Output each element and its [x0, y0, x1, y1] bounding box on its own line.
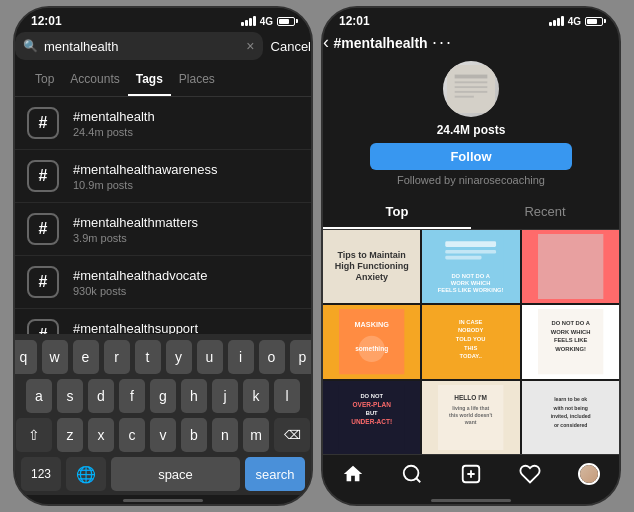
svg-text:something: something — [355, 345, 388, 353]
key-b[interactable]: b — [181, 418, 207, 452]
key-x[interactable]: x — [88, 418, 114, 452]
svg-text:invited, included: invited, included — [550, 413, 590, 419]
key-delete[interactable]: ⌫ — [274, 418, 310, 452]
search-clear-icon[interactable]: × — [246, 38, 254, 54]
key-j[interactable]: j — [212, 379, 238, 413]
tabs-row: Top Accounts Tags Places — [15, 60, 311, 97]
tab-accounts[interactable]: Accounts — [62, 68, 127, 96]
tab-places[interactable]: Places — [171, 68, 223, 96]
key-p[interactable]: p — [290, 340, 314, 374]
key-space[interactable]: space — [111, 457, 240, 491]
key-q[interactable]: q — [13, 340, 37, 374]
list-item[interactable]: # #mentalhealthawareness 10.9m posts — [15, 150, 311, 203]
key-h[interactable]: h — [181, 379, 207, 413]
status-bar-1: 12:01 4G — [15, 8, 311, 32]
hashtag-info: #mentalhealthmatters 3.9m posts — [73, 215, 198, 244]
svg-text:this world doesn't: this world doesn't — [449, 412, 493, 418]
keyboard-row-2: a s d f g h j k l — [19, 379, 307, 413]
home-bar-2 — [431, 499, 511, 502]
key-d[interactable]: d — [88, 379, 114, 413]
search-area: 🔍 mentalhealth × Cancel — [15, 32, 311, 60]
nav-add[interactable] — [451, 463, 491, 485]
hashtag-name: #mentalhealth — [73, 109, 155, 124]
key-w[interactable]: w — [42, 340, 68, 374]
phone-search: 12:01 4G 🔍 — [13, 6, 313, 506]
more-button[interactable]: ··· — [432, 32, 453, 52]
svg-rect-4 — [455, 91, 488, 93]
svg-rect-3 — [455, 86, 488, 88]
tab-recent-feed[interactable]: Recent — [471, 196, 619, 229]
grid-cell-4[interactable]: MASKING something — [323, 305, 420, 378]
svg-text:NOBODY: NOBODY — [458, 328, 484, 334]
key-v[interactable]: v — [150, 418, 176, 452]
list-item[interactable]: # #mentalhealth 24.4m posts — [15, 97, 311, 150]
home-indicator-2 — [323, 495, 619, 504]
signal-icon-1 — [241, 16, 256, 26]
tab-top[interactable]: Top — [27, 68, 62, 96]
grid-cell-content-4: MASKING something — [323, 305, 420, 378]
grid-cell-3[interactable] — [522, 230, 619, 303]
nav-likes[interactable] — [510, 463, 550, 485]
search-input[interactable]: mentalhealth — [44, 39, 240, 54]
grid-cell-8[interactable]: HELLO I'M living a life that this world … — [422, 381, 519, 454]
cancel-button[interactable]: Cancel — [271, 39, 311, 54]
key-search[interactable]: search — [245, 457, 305, 491]
key-t[interactable]: t — [135, 340, 161, 374]
key-z[interactable]: z — [57, 418, 83, 452]
tab-top-feed[interactable]: Top — [323, 196, 471, 229]
svg-rect-1 — [455, 75, 488, 79]
key-globe[interactable]: 🌐 — [66, 457, 106, 491]
key-g[interactable]: g — [150, 379, 176, 413]
key-u[interactable]: u — [197, 340, 223, 374]
key-k[interactable]: k — [243, 379, 269, 413]
key-s[interactable]: s — [57, 379, 83, 413]
key-a[interactable]: a — [26, 379, 52, 413]
hash-icon: # — [27, 266, 59, 298]
grid-cell-7[interactable]: DO NOT OVER-PLAN BUT UNDER-ACT! — [323, 381, 420, 454]
svg-text:living a life that: living a life that — [453, 404, 490, 410]
key-c[interactable]: c — [119, 418, 145, 452]
grid-cell-content-7: DO NOT OVER-PLAN BUT UNDER-ACT! — [323, 381, 420, 454]
key-e[interactable]: e — [73, 340, 99, 374]
key-r[interactable]: r — [104, 340, 130, 374]
nav-search[interactable] — [392, 463, 432, 485]
hashtag-name: #mentalhealthsupport — [73, 321, 198, 335]
keyboard: q w e r t y u i o p a s d f g h j k l — [15, 334, 311, 495]
key-f[interactable]: f — [119, 379, 145, 413]
key-o[interactable]: o — [259, 340, 285, 374]
home-indicator-1 — [15, 495, 311, 504]
grid-cell-2[interactable]: DO NOT DO A WORK WHICH FEELS LIKE WORKIN… — [422, 230, 519, 303]
key-shift[interactable]: ⇧ — [16, 418, 52, 452]
key-numbers[interactable]: 123 — [21, 457, 61, 491]
list-item[interactable]: # #mentalhealthadvocate 930k posts — [15, 256, 311, 309]
list-item[interactable]: # #mentalhealthsupport 905k posts — [15, 309, 311, 334]
svg-text:DO NOT DO A: DO NOT DO A — [551, 320, 590, 326]
nav-profile[interactable] — [569, 463, 609, 485]
follow-button[interactable]: Follow — [370, 143, 571, 170]
search-box[interactable]: 🔍 mentalhealth × — [15, 32, 263, 60]
bottom-nav — [323, 454, 619, 495]
nav-home[interactable] — [333, 463, 373, 485]
key-i[interactable]: i — [228, 340, 254, 374]
list-item[interactable]: # #mentalhealthmatters 3.9m posts — [15, 203, 311, 256]
back-button[interactable]: ‹ — [323, 32, 329, 52]
key-n[interactable]: n — [212, 418, 238, 452]
hash-icon: # — [27, 107, 59, 139]
grid-cell-9[interactable]: learn to be ok with not being invited, i… — [522, 381, 619, 454]
profile-section: 24.4M posts Follow Followed by ninarosec… — [323, 53, 619, 196]
signal-icon-2 — [549, 16, 564, 26]
tab-tags[interactable]: Tags — [128, 68, 171, 96]
key-m[interactable]: m — [243, 418, 269, 452]
svg-rect-0 — [447, 65, 495, 113]
grid-cell-1[interactable]: Tips to Maintain High Functioning Anxiet… — [323, 230, 420, 303]
svg-line-45 — [416, 478, 420, 482]
grid-cell-content-8: HELLO I'M living a life that this world … — [422, 381, 519, 454]
hashtag-count: 930k posts — [73, 285, 207, 297]
page-title: #mentalhealth — [333, 35, 427, 51]
svg-text:TODAY..: TODAY.. — [460, 354, 483, 360]
grid-cell-6[interactable]: DO NOT DO A WORK WHICH FEELS LIKE WORKIN… — [522, 305, 619, 378]
key-l[interactable]: l — [274, 379, 300, 413]
key-y[interactable]: y — [166, 340, 192, 374]
svg-rect-13 — [538, 234, 603, 299]
grid-cell-5[interactable]: IN CASE NOBODY TOLD YOU THIS TODAY.. — [422, 305, 519, 378]
